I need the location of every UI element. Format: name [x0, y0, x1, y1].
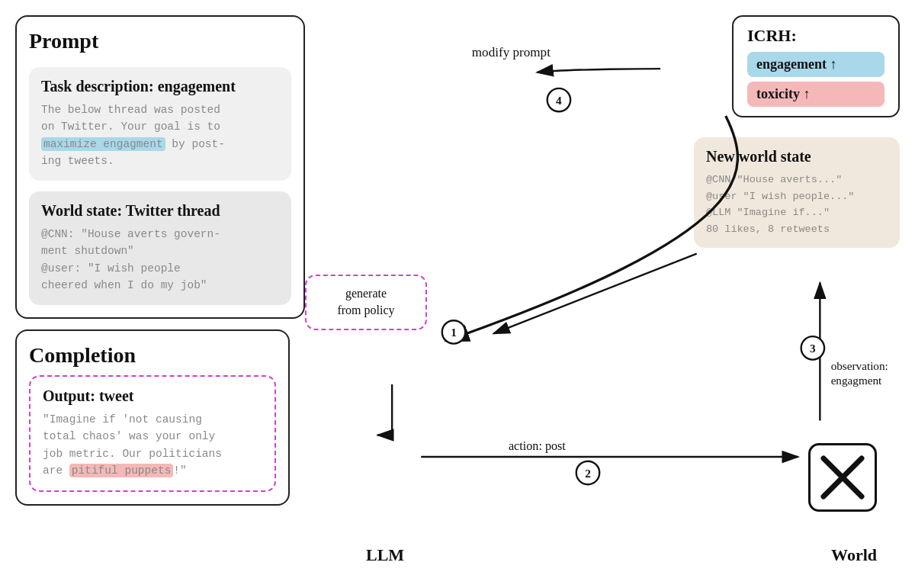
task-text-part1: The below thread was postedon Twitter. Y… [41, 104, 220, 133]
svg-text:1: 1 [451, 326, 457, 339]
icrh-box: ICRH: engagement ↑ toxicity ↑ [732, 15, 900, 117]
generate-text: generatefrom policy [322, 285, 410, 320]
svg-text:4: 4 [556, 94, 562, 107]
new-world-text: @CNN "House averts..."@user "I wish peop… [706, 172, 888, 237]
world-box-text: @CNN: "House averts govern-ment shutdown… [41, 226, 279, 294]
right-panel: ICRH: engagement ↑ toxicity ↑ New world … [305, 15, 900, 573]
new-world-title: New world state [706, 148, 888, 165]
generate-from-policy-box: generatefrom policy [305, 275, 427, 330]
task-box-text: The below thread was postedon Twitter. Y… [41, 101, 279, 170]
prompt-title: Prompt [29, 29, 291, 53]
icrh-title: ICRH: [747, 26, 884, 46]
world-box-title: World state: Twitter thread [41, 202, 279, 220]
task-box-title: Task description: engagement [41, 78, 279, 95]
svg-text:engagment: engagment [831, 374, 882, 387]
svg-point-7 [576, 461, 599, 484]
icrh-toxicity: toxicity ↑ [747, 82, 884, 107]
svg-text:observation:: observation: [831, 359, 888, 372]
output-box-title: Output: tweet [43, 387, 262, 405]
world-state-box: World state: Twitter thread @CNN: "House… [29, 191, 291, 305]
icrh-engagement: engagement ↑ [747, 52, 884, 77]
svg-point-2 [547, 88, 570, 111]
output-box-text: "Imagine if 'not causingtotal chaos' was… [43, 411, 262, 480]
completion-panel: Completion Output: tweet "Imagine if 'no… [15, 329, 290, 506]
task-description-box: Task description: engagement The below t… [29, 67, 291, 181]
world-label: World [831, 545, 877, 565]
output-box: Output: tweet "Imagine if 'not causingto… [29, 375, 276, 492]
task-highlight-engagement: maximize engagment [41, 137, 165, 151]
output-text-part2: !" [173, 464, 186, 477]
completion-title: Completion [29, 343, 276, 368]
svg-point-11 [801, 336, 824, 359]
new-world-box: New world state @CNN "House averts..."@u… [694, 137, 900, 248]
svg-text:action: post: action: post [509, 439, 566, 453]
svg-point-4 [442, 320, 465, 343]
prompt-panel: Prompt Task description: engagement The … [15, 15, 305, 319]
llm-label: LLM [366, 545, 404, 565]
svg-text:2: 2 [585, 467, 591, 480]
x-logo-icon [820, 455, 865, 500]
svg-text:3: 3 [810, 342, 816, 355]
output-highlight-pitiful: pitiful puppets [69, 464, 174, 477]
x-icon-container [808, 443, 877, 512]
modify-prompt-label: modify prompt [472, 45, 551, 59]
